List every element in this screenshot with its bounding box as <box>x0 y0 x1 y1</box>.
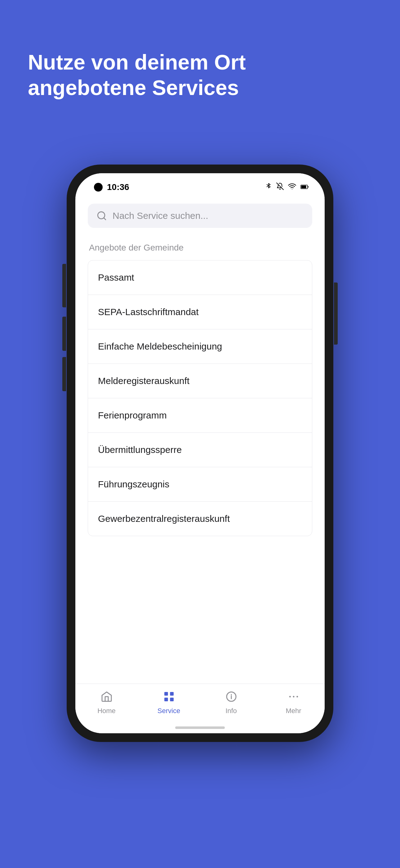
service-item-passamt[interactable]: Passamt <box>88 260 312 295</box>
volume-up-button <box>62 317 66 351</box>
service-item-uebermittlung[interactable]: Übermittlungssperre <box>88 433 312 467</box>
home-icon <box>99 689 114 704</box>
headline: Nutze von deinem Ort angebotene Services <box>28 50 372 100</box>
search-icon <box>96 211 107 221</box>
service-item-meldebescheinigung[interactable]: Einfache Meldebescheinigung <box>88 330 312 364</box>
search-bar[interactable]: Nach Service suchen... <box>88 204 312 228</box>
service-item-sepa[interactable]: SEPA-Lastschriftmandat <box>88 295 312 330</box>
service-item-gewerbe[interactable]: Gewerbezentralregisterauskunft <box>88 502 312 536</box>
info-icon <box>224 689 239 704</box>
tab-info-label: Info <box>226 707 237 715</box>
bell-off-icon <box>276 183 284 192</box>
page-background: Nutze von deinem Ort angebotene Services… <box>0 0 400 868</box>
clock: 10:36 <box>107 182 129 192</box>
svg-point-10 <box>293 696 294 698</box>
service-item-melderegister[interactable]: Melderegisterauskunft <box>88 364 312 398</box>
search-placeholder: Nach Service suchen... <box>112 211 208 221</box>
tab-mehr-label: Mehr <box>286 707 301 715</box>
svg-point-11 <box>296 696 298 698</box>
phone-mockup: 10:36 <box>67 164 333 742</box>
camera-dot <box>94 183 103 191</box>
tab-home-label: Home <box>97 707 116 715</box>
tab-mehr[interactable]: Mehr <box>262 689 325 715</box>
mehr-icon <box>286 689 301 704</box>
status-bar: 10:36 <box>75 173 325 197</box>
headline-text-2: angebotene Services <box>28 76 239 99</box>
status-icons <box>265 182 309 192</box>
home-indicator <box>175 726 225 729</box>
section-title: Angebote der Gemeinde <box>88 243 312 253</box>
tab-bar: Home S <box>75 684 325 733</box>
svg-rect-1 <box>301 186 306 188</box>
svg-rect-6 <box>164 698 168 701</box>
phone-screen: 10:36 <box>75 173 325 733</box>
svg-rect-4 <box>164 692 168 696</box>
service-item-fuehrungszeugnis[interactable]: Führungszeugnis <box>88 467 312 502</box>
svg-point-9 <box>289 696 291 698</box>
svg-rect-7 <box>170 698 174 701</box>
tab-home[interactable]: Home <box>75 689 138 715</box>
service-grid-icon <box>161 689 177 704</box>
battery-icon <box>300 183 309 191</box>
status-time-area: 10:36 <box>94 182 129 192</box>
tab-service-label: Service <box>158 707 180 715</box>
bluetooth-icon <box>265 182 272 192</box>
screen-body: Nach Service suchen... Angebote der Geme… <box>75 197 325 733</box>
svg-rect-2 <box>308 186 308 187</box>
tab-service[interactable]: Service <box>138 689 200 715</box>
phone-shell: 10:36 <box>67 164 333 742</box>
volume-down-button <box>62 357 66 391</box>
service-list: Passamt SEPA-Lastschriftmandat Einfache … <box>88 260 312 536</box>
headline-text: Nutze von deinem Ort <box>28 50 246 74</box>
service-item-ferienprogramm[interactable]: Ferienprogramm <box>88 398 312 433</box>
tab-info[interactable]: Info <box>200 689 262 715</box>
svg-rect-5 <box>170 692 174 696</box>
wifi-icon <box>288 183 296 191</box>
